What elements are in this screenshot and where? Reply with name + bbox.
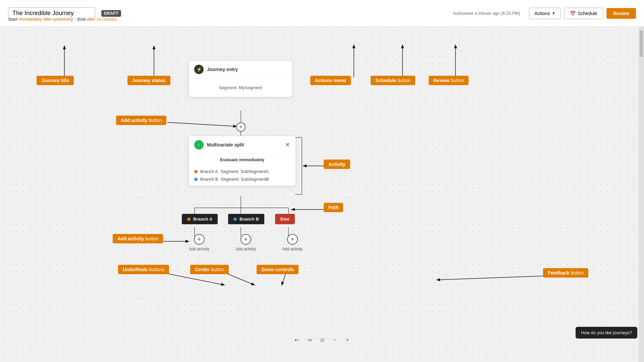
canvas: Journey title Journey status Actions men… [0, 27, 644, 362]
annotation-journey-title: Journey title [37, 76, 74, 85]
branch-a-dot [194, 170, 198, 173]
branch-a-segment: Segment: SubSegmentA [221, 169, 269, 174]
start-end-info: Start Immediately after publishing End a… [8, 17, 117, 22]
entry-icon: ⚡ [194, 65, 204, 74]
branch-b-segment: Segment: SubSegmentB [221, 177, 269, 182]
close-button[interactable]: ✕ [285, 141, 290, 148]
multivariate-header: ↑ Multivariate split ✕ [189, 136, 296, 154]
schedule-label: Schedule [578, 11, 597, 16]
journey-entry-card: ⚡ Journey entry Segment: MySegment [189, 60, 292, 97]
annotation-add-activity-bottom: Add activity button [113, 234, 163, 243]
multivariate-title: Multivariate split [207, 142, 244, 147]
branch-b-dot [194, 178, 198, 181]
annotation-schedule-button: Schedule button [371, 76, 415, 85]
annotation-review-button: Review button [429, 76, 469, 85]
branch-a-pill-dot [187, 218, 191, 221]
add-activity-col-a[interactable]: + Add activity [189, 234, 209, 251]
add-activity-circle-else[interactable]: + [287, 234, 298, 245]
add-activity-circle-b[interactable]: + [240, 234, 251, 245]
undo-button[interactable]: ↩ [291, 335, 302, 345]
start-label: Start [8, 17, 17, 22]
draft-badge: DRAFT [101, 10, 121, 17]
scrollbar[interactable] [639, 27, 644, 362]
add-activity-text-else: Add activity [282, 247, 303, 251]
add-activity-col-b[interactable]: + Add activity [235, 234, 256, 251]
annotation-journey-status: Journey status [127, 76, 170, 85]
annotation-zoom: Zoom controls [257, 265, 299, 274]
branch-b-pill-dot [233, 218, 237, 221]
schedule-button[interactable]: 📅 Schedule [564, 8, 603, 19]
multivariate-card: ↑ Multivariate split ✕ Evaluate immediat… [189, 136, 296, 186]
journey-entry-body: Segment: MySegment [189, 78, 292, 97]
branch-a-pill[interactable]: Branch A [182, 214, 218, 224]
redo-button[interactable]: ↪ [304, 335, 315, 345]
multivariate-branches: Branch A Segment: SubSegmentA Branch B S… [189, 164, 296, 186]
scrollbar-thumb[interactable] [640, 30, 643, 57]
add-activity-text-b: Add activity [235, 247, 256, 251]
journey-entry-segment: Segment: MySegment [219, 85, 262, 90]
end-label: End [77, 17, 85, 22]
branch-b-row: Branch B Segment: SubSegmentB [194, 177, 290, 182]
start-link[interactable]: Immediately after publishing [18, 17, 73, 22]
add-activity-button-top[interactable]: + [236, 122, 246, 132]
annotation-activity: Activity [324, 160, 350, 169]
branch-a-pill-label: Branch A [193, 217, 212, 222]
split-icon: ↑ [194, 140, 204, 149]
journey-entry-header: ⚡ Journey entry [189, 61, 292, 78]
annotation-actions-menu: Actions menu [310, 76, 351, 85]
review-button[interactable]: Review [606, 8, 636, 19]
svg-line-15 [167, 122, 236, 126]
add-activity-col-else[interactable]: + Add activity [282, 234, 303, 251]
add-activity-circle-a[interactable]: + [194, 234, 205, 245]
end-link[interactable]: after 18 months [87, 17, 117, 22]
center-button[interactable]: ⊙ [317, 335, 327, 345]
branch-b-pill[interactable]: Branch B [228, 214, 264, 224]
branch-a-row: Branch A Segment: SubSegmentA [194, 169, 290, 174]
zoom-out-button[interactable]: − [329, 335, 340, 345]
else-label: Else [280, 217, 289, 222]
calendar-icon: 📅 [570, 11, 576, 16]
branch-b-label: Branch B [200, 177, 218, 182]
journey-entry-title: Journey entry [207, 67, 238, 72]
evaluate-label: Evaluate immediately [189, 154, 296, 164]
chevron-down-icon: ▼ [552, 11, 555, 15]
annotation-center: Center button [190, 265, 229, 274]
annotation-feedback: Feedback button [543, 268, 588, 278]
feedback-button[interactable]: How do you like journeys? [576, 327, 637, 339]
actions-label: Actions [535, 11, 550, 16]
branch-a-label: Branch A [200, 169, 218, 174]
branch-b-pill-label: Branch B [239, 217, 259, 222]
else-pill[interactable]: Else [275, 214, 295, 224]
topbar: DRAFT Start Immediately after publishing… [0, 0, 644, 27]
annotation-path: Path [324, 203, 343, 212]
bottom-toolbar: ↩ ↪ ⊙ − + [291, 335, 353, 345]
add-activity-text-a: Add activity [189, 247, 209, 251]
actions-button[interactable]: Actions ▼ [529, 8, 561, 19]
annotation-add-activity-top: Add activity button [116, 116, 166, 125]
autosave-text: Autosaved a minute ago (6:23 PM) [453, 11, 520, 16]
annotation-undo-redo: Undo/Redo buttons [118, 265, 169, 274]
zoom-in-button[interactable]: + [342, 335, 353, 345]
